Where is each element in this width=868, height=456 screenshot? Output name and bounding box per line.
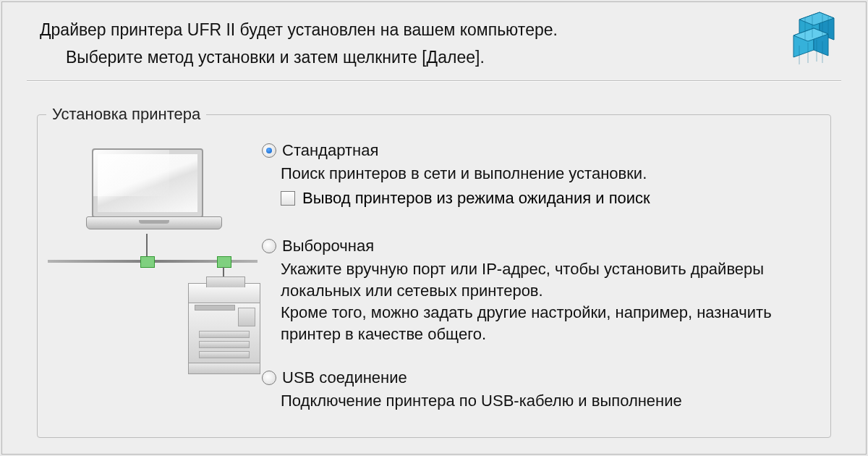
option-usb-desc: Подключение принтера по USB-кабелю и вып… [281, 390, 822, 412]
header-title: Драйвер принтера UFR II будет установлен… [40, 17, 843, 43]
printer-install-group: Установка принтера [37, 105, 831, 438]
checkbox-wake-printers-label[interactable]: Вывод принтеров из режима ожидания и пои… [302, 189, 650, 208]
radio-standard[interactable] [262, 143, 276, 158]
wizard-page: Драйвер принтера UFR II будет установлен… [1, 1, 867, 455]
radio-usb[interactable] [262, 371, 276, 385]
options-column: Стандартная Поиск принтеров в сети и вып… [262, 135, 822, 435]
header-subtitle: Выберите метод установки и затем щелкнит… [66, 44, 843, 70]
network-jack-icon [140, 256, 155, 268]
radio-custom[interactable] [262, 239, 276, 253]
option-custom: Выборочная Укажите вручную порт или IP-а… [262, 237, 822, 345]
wizard-header: Драйвер принтера UFR II будет установлен… [2, 2, 866, 73]
option-standard-label[interactable]: Стандартная [282, 141, 378, 160]
option-usb: USB соединение Подключение принтера по U… [262, 368, 822, 412]
option-standard-desc: Поиск принтеров в сети и выполнение уста… [281, 163, 822, 185]
laptop-icon [86, 148, 209, 235]
group-legend: Установка принтера [46, 105, 206, 124]
option-custom-desc: Укажите вручную порт или IP-адрес, чтобы… [281, 258, 822, 345]
option-standard: Стандартная Поиск принтеров в сети и вып… [262, 141, 822, 208]
registry-cube-icon [775, 9, 840, 67]
checkbox-wake-printers[interactable] [281, 191, 295, 206]
printer-icon [188, 283, 260, 377]
option-usb-label[interactable]: USB соединение [282, 368, 407, 387]
wizard-content: Установка принтера [2, 82, 866, 445]
network-jack-icon [217, 256, 231, 268]
network-illustration [46, 135, 262, 416]
option-custom-label[interactable]: Выборочная [282, 237, 374, 256]
